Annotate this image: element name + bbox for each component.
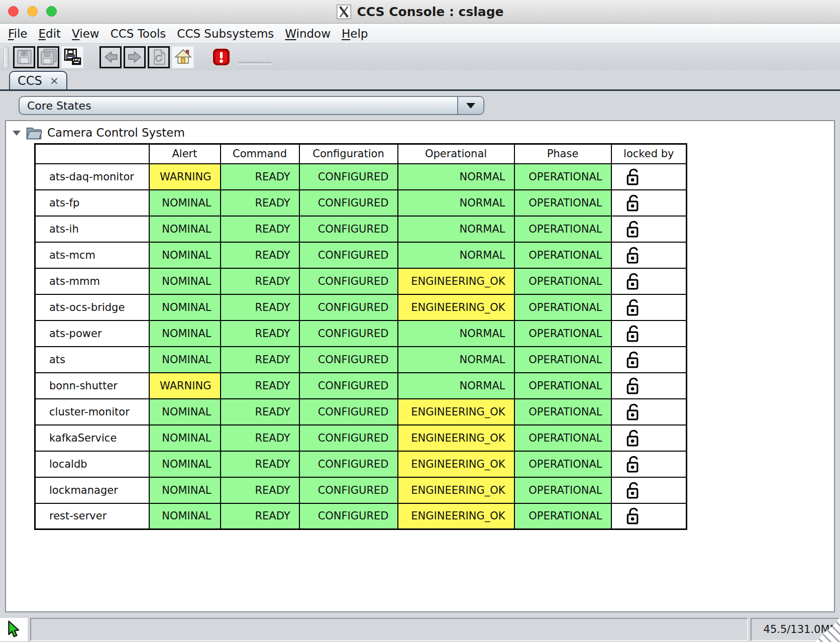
cell-configuration[interactable]: CONFIGURED	[299, 294, 398, 320]
cell-configuration[interactable]: CONFIGURED	[299, 242, 398, 268]
cell-name[interactable]: ats-ih	[35, 216, 149, 242]
cell-operational[interactable]: ENGINEERING_OK	[398, 268, 514, 294]
cell-alert[interactable]: NOMINAL	[149, 477, 221, 503]
cell-phase[interactable]: OPERATIONAL	[514, 503, 611, 529]
cell-name[interactable]: ats-mmm	[35, 268, 149, 294]
cell-locked-by[interactable]	[611, 268, 687, 294]
cell-name[interactable]: localdb	[35, 451, 149, 477]
cell-command[interactable]: READY	[221, 451, 299, 477]
cell-name[interactable]: kafkaService	[35, 425, 149, 451]
cell-name[interactable]: ats-fp	[35, 190, 149, 216]
cell-command[interactable]: READY	[221, 425, 299, 451]
cell-phase[interactable]: OPERATIONAL	[514, 294, 611, 320]
cell-configuration[interactable]: CONFIGURED	[299, 347, 398, 373]
cell-operational[interactable]: ENGINEERING_OK	[398, 399, 514, 425]
menu-file[interactable]: File	[3, 26, 33, 42]
cell-name[interactable]: ats-mcm	[35, 242, 149, 268]
cell-operational[interactable]: NORMAL	[398, 242, 514, 268]
cell-name[interactable]: ats-power	[35, 320, 149, 347]
cell-name[interactable]: ats-daq-monitor	[35, 164, 149, 190]
cell-alert[interactable]: NOMINAL	[149, 294, 221, 320]
cell-locked-by[interactable]	[611, 503, 687, 529]
cell-command[interactable]: READY	[221, 373, 299, 399]
cell-operational[interactable]: NORMAL	[398, 347, 514, 373]
cell-operational[interactable]: NORMAL	[398, 164, 514, 190]
cell-locked-by[interactable]	[611, 373, 687, 399]
cell-command[interactable]: READY	[221, 268, 299, 294]
cell-alert[interactable]: NOMINAL	[149, 242, 221, 268]
cell-name[interactable]: rest-server	[35, 503, 149, 529]
cell-command[interactable]: READY	[221, 216, 299, 242]
tree-node-camera-control-system[interactable]: Camera Control System	[6, 121, 834, 140]
cell-configuration[interactable]: CONFIGURED	[299, 190, 398, 216]
triangle-down-icon[interactable]	[13, 131, 21, 136]
cell-phase[interactable]: OPERATIONAL	[514, 425, 611, 451]
cell-alert[interactable]: NOMINAL	[149, 216, 221, 242]
cell-phase[interactable]: OPERATIONAL	[514, 242, 611, 268]
save-all-button[interactable]	[37, 46, 59, 68]
cell-phase[interactable]: OPERATIONAL	[514, 320, 611, 347]
cell-locked-by[interactable]	[611, 294, 687, 320]
cell-operational[interactable]: ENGINEERING_OK	[398, 503, 514, 529]
cell-operational[interactable]: NORMAL	[398, 190, 514, 216]
cell-command[interactable]: READY	[221, 477, 299, 503]
back-button[interactable]	[99, 46, 122, 68]
cell-operational[interactable]: NORMAL	[398, 216, 514, 242]
cell-operational[interactable]: ENGINEERING_OK	[398, 477, 514, 503]
cell-phase[interactable]: OPERATIONAL	[514, 216, 611, 242]
cell-alert[interactable]: NOMINAL	[149, 268, 221, 294]
cell-name[interactable]: ats-ocs-bridge	[35, 294, 149, 320]
home-button[interactable]	[172, 46, 194, 68]
cell-operational[interactable]: ENGINEERING_OK	[398, 451, 514, 477]
cell-alert[interactable]: NOMINAL	[149, 503, 221, 529]
cell-operational[interactable]: NORMAL	[398, 320, 514, 347]
menu-edit[interactable]: Edit	[33, 26, 67, 42]
cell-alert[interactable]: NOMINAL	[149, 190, 221, 216]
cell-locked-by[interactable]	[611, 190, 687, 216]
tab-ccs[interactable]: CCS ×	[9, 71, 67, 89]
cell-command[interactable]: READY	[221, 347, 299, 373]
cell-configuration[interactable]: CONFIGURED	[299, 399, 398, 425]
refresh-button[interactable]	[148, 46, 170, 68]
cell-phase[interactable]: OPERATIONAL	[514, 164, 611, 190]
cell-command[interactable]: READY	[221, 164, 299, 190]
tab-close-icon[interactable]: ×	[50, 75, 59, 86]
cell-configuration[interactable]: CONFIGURED	[299, 451, 398, 477]
cell-alert[interactable]: NOMINAL	[149, 347, 221, 373]
menu-window[interactable]: Window	[279, 26, 336, 42]
cell-configuration[interactable]: CONFIGURED	[299, 373, 398, 399]
cell-configuration[interactable]: CONFIGURED	[299, 320, 398, 347]
menu-ccs-tools[interactable]: CCS Tools	[105, 26, 172, 42]
cell-phase[interactable]: OPERATIONAL	[514, 347, 611, 373]
alert-button[interactable]	[210, 46, 232, 68]
cell-operational[interactable]: NORMAL	[398, 373, 514, 399]
cell-alert[interactable]: NOMINAL	[149, 320, 221, 347]
cell-alert[interactable]: WARNING	[149, 373, 221, 399]
forward-button[interactable]	[124, 46, 146, 68]
cell-configuration[interactable]: CONFIGURED	[299, 425, 398, 451]
cell-phase[interactable]: OPERATIONAL	[514, 373, 611, 399]
cell-configuration[interactable]: CONFIGURED	[299, 268, 398, 294]
menu-help[interactable]: Help	[336, 26, 373, 42]
cell-name[interactable]: lockmanager	[35, 477, 149, 503]
cell-configuration[interactable]: CONFIGURED	[299, 477, 398, 503]
cell-phase[interactable]: OPERATIONAL	[514, 451, 611, 477]
cell-locked-by[interactable]	[611, 477, 687, 503]
cell-locked-by[interactable]	[611, 425, 687, 451]
cell-configuration[interactable]: CONFIGURED	[299, 164, 398, 190]
cell-alert[interactable]: NOMINAL	[149, 425, 221, 451]
cell-locked-by[interactable]	[611, 451, 687, 477]
toolbar-grip[interactable]	[4, 46, 9, 68]
cell-locked-by[interactable]	[611, 320, 687, 347]
cell-name[interactable]: bonn-shutter	[35, 373, 149, 399]
cell-command[interactable]: READY	[221, 190, 299, 216]
menu-ccs-subsystems[interactable]: CCS Subsystems	[171, 26, 279, 42]
cell-phase[interactable]: OPERATIONAL	[514, 190, 611, 216]
cell-alert[interactable]: WARNING	[149, 164, 221, 190]
cell-locked-by[interactable]	[611, 347, 687, 373]
cell-name[interactable]: ats	[35, 347, 149, 373]
cell-phase[interactable]: OPERATIONAL	[514, 477, 611, 503]
cell-locked-by[interactable]	[611, 399, 687, 425]
cell-locked-by[interactable]	[611, 164, 687, 190]
cell-command[interactable]: READY	[221, 399, 299, 425]
